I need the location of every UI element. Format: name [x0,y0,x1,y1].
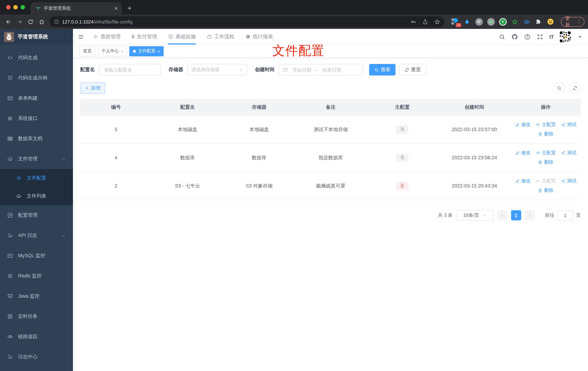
drop-extension-icon[interactable] [463,18,471,26]
help-icon[interactable] [524,33,531,40]
goto-page-input[interactable] [557,210,573,220]
date-range-picker[interactable]: - [279,64,363,75]
table-grid-icon [7,136,13,142]
sidebar-item-form-builder[interactable]: 表单构建 [0,88,73,108]
test-action[interactable]: 测试 [561,150,577,156]
reload-button[interactable] [26,17,36,27]
nav-item-system[interactable]: 系统管理 [87,29,126,44]
sidebar-item-scheduled-tasks[interactable]: 定时任务 [0,306,73,327]
master-action[interactable]: 主配置 [536,150,556,156]
yen-icon: ¥ [131,34,135,40]
nav-item-infrastructure[interactable]: 基础设施 [163,29,201,44]
master-action[interactable]: 主配置 [536,122,556,128]
tags-view: 首页 个人中心 × 文件配置 × [73,45,588,58]
calendar-icon [283,67,288,72]
dot-extension-icon[interactable] [487,18,495,26]
sidebar-item-file-management[interactable]: 文件管理 [0,149,73,169]
delete-action[interactable]: 删除 [538,187,554,194]
extension-badge: 11 [456,23,462,27]
puzzle-extensions-icon[interactable] [535,18,543,26]
gear-icon [16,175,22,181]
bookmark-star-icon[interactable] [434,19,440,25]
search-icon[interactable] [499,33,505,40]
sidebar-item-system-api[interactable]: 系统接口 [0,108,73,129]
storage-select[interactable]: 请选择存储器 [188,64,247,75]
edit-action[interactable]: 修改 [515,122,531,128]
fullscreen-icon[interactable] [537,33,543,40]
tampermonkey-extension-icon[interactable]: 11 [451,18,459,26]
sidebar-item-redis-monitor[interactable]: Redis 监控 [0,266,73,286]
browser-tab[interactable]: 芋道管理系统 ✕ [31,2,122,14]
tag-file-config[interactable]: 文件配置 × [129,46,164,56]
zoom-window-button[interactable] [21,5,25,9]
close-icon[interactable]: × [158,49,160,53]
delete-action[interactable]: 删除 [538,131,554,138]
minimize-window-button[interactable] [13,5,18,9]
sidebar-item-config-management[interactable]: 配置管理 [0,205,73,225]
back-button[interactable] [4,17,13,27]
sidebar-item-mysql-monitor[interactable]: MySQL 监控 [0,246,73,266]
tab-close-icon[interactable]: ✕ [114,6,118,11]
address-bar[interactable]: 127.0.0.1:1024/infra/file/file-config [50,16,445,27]
star-extension-icon[interactable] [511,18,519,26]
macos-traffic-lights [0,0,31,14]
sliders-icon [7,116,13,121]
table-refresh-button[interactable] [569,82,581,94]
sidebar-item-file-list[interactable]: 文件列表 [0,187,73,205]
prev-page-button[interactable]: ‹ [497,210,507,220]
search-button[interactable]: 搜索 [369,64,396,75]
close-icon[interactable]: × [121,49,123,53]
password-key-icon[interactable] [410,19,416,25]
end-date-input[interactable] [320,67,344,73]
sidebar-item-log-center[interactable]: 日志中心 [0,347,73,367]
master-tag: 否 [397,153,408,162]
command-extension-icon[interactable]: ⌘ [475,18,483,26]
page-size-select[interactable]: 10条/页 [456,210,494,221]
close-window-button[interactable] [6,5,10,9]
site-info-icon[interactable] [54,19,59,24]
next-page-button[interactable]: › [525,210,535,220]
col-storage: 存储器 [223,99,295,116]
y-extension-icon[interactable]: Y [499,18,507,26]
sidebar-item-tracing[interactable]: 链路追踪 [0,327,73,347]
test-action[interactable]: 测试 [561,178,577,184]
table-row: 5 本地磁盘 本地磁盘 测试下本地存储 否 2022-03-15 23:57:0… [80,116,581,144]
avatar[interactable] [560,31,571,42]
avatar-caret-icon[interactable] [577,33,583,40]
sidebar-item-file-config[interactable]: 文件配置 [0,169,73,187]
tag-home[interactable]: 首页 [79,46,95,56]
font-size-icon[interactable]: tT [549,34,554,40]
browser-update-button[interactable]: 更新 ⋮ [561,17,584,27]
sidebar-item-code-example[interactable]: 代码生成示例 [0,68,73,88]
cloud-upload-icon [16,193,22,199]
emoji-profile-icon[interactable] [546,18,554,26]
edit-action[interactable]: 修改 [515,178,531,184]
current-page-button[interactable]: 1 [511,210,521,220]
eye-extension-icon[interactable] [523,18,531,26]
chart-icon [7,253,13,259]
sidebar-collapse-icon[interactable] [78,34,84,40]
sidebar-item-code-generation[interactable]: 代码生成 [0,48,73,68]
rabbit-logo-icon [4,32,14,42]
table-search-toggle-button[interactable] [553,82,565,94]
sidebar-item-api-log[interactable]: API 日志 [0,225,73,246]
tag-profile[interactable]: 个人中心 × [98,46,127,56]
sidebar-item-java-monitor[interactable]: Java 监控 [0,286,73,306]
add-button[interactable]: 新增 [80,82,105,94]
home-button[interactable] [37,17,47,27]
new-tab-button[interactable]: + [127,4,131,12]
test-action[interactable]: 测试 [561,122,577,128]
delete-action[interactable]: 删除 [538,159,554,166]
start-date-input[interactable] [290,67,314,73]
browser-menu-kebab-icon[interactable]: ⋮ [577,19,581,25]
nav-item-workflow[interactable]: 工作流程 [201,29,240,44]
config-name-input[interactable] [103,67,157,73]
forward-button[interactable] [15,17,25,27]
table-row: 2 S3 - 七牛云 S3 对象存储 戴佩妮真可爱 是 2022-03-15 2… [80,172,581,200]
sidebar-item-db-doc[interactable]: 数据库文档 [0,129,73,149]
edit-action[interactable]: 修改 [515,150,531,156]
reset-button[interactable]: 重置 [399,64,426,75]
share-icon[interactable] [422,19,428,25]
github-icon[interactable] [511,33,518,40]
nav-item-payment[interactable]: ¥ 支付管理 [126,29,163,44]
